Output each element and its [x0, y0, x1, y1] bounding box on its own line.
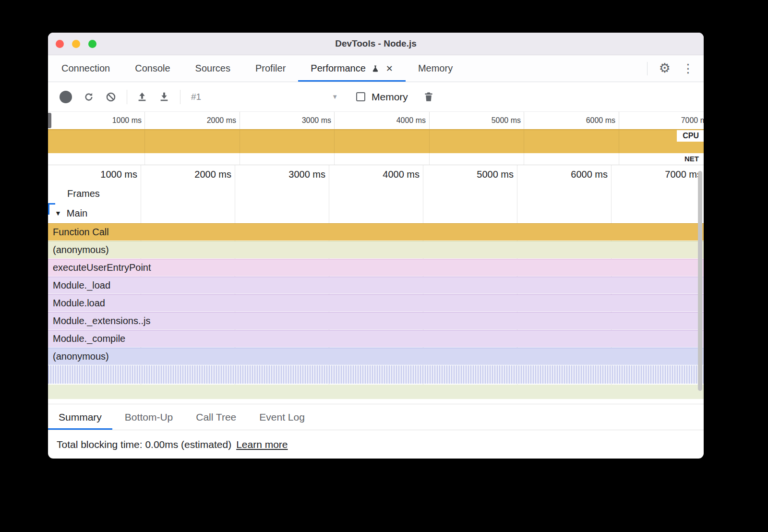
minimap-tick: 1000 ms	[89, 116, 142, 125]
net-band-label: NET	[680, 154, 704, 164]
flame-tick: 4000 ms	[367, 169, 420, 180]
zoom-window-button[interactable]	[88, 40, 96, 48]
flame-bar-label: Module._load	[53, 280, 110, 291]
flame-tick: 7000 ms	[649, 169, 702, 180]
tab-sources[interactable]: Sources	[183, 55, 243, 82]
flame-tick: 5000 ms	[461, 169, 514, 180]
tab-label: Connection	[61, 63, 110, 74]
clear-recording-icon[interactable]	[104, 90, 118, 104]
net-overview-band[interactable]: NET	[48, 153, 704, 165]
flame-tick: 6000 ms	[555, 169, 608, 180]
main-track-header[interactable]: ▼ Main	[48, 203, 704, 223]
learn-more-link[interactable]: Learn more	[236, 439, 288, 450]
flame-bar-green-band[interactable]	[48, 385, 704, 399]
tab-bottom-up[interactable]: Bottom-Up	[114, 404, 183, 430]
devtools-window: DevTools - Node.js Connection Console So…	[48, 33, 704, 459]
record-button[interactable]	[60, 91, 72, 103]
save-profile-button[interactable]	[157, 90, 171, 104]
flame-bar-label: Module._extensions..js	[53, 315, 150, 326]
profile-select[interactable]: #1 ▼	[187, 92, 342, 102]
flask-icon	[372, 64, 379, 73]
reload-and-record-button[interactable]	[82, 90, 96, 104]
flame-tick: 2000 ms	[179, 169, 231, 180]
tab-memory[interactable]: Memory	[406, 55, 465, 82]
tab-label: Summary	[59, 411, 102, 423]
minimap-tick: 5000 ms	[468, 116, 521, 125]
memory-checkbox-label: Memory	[372, 91, 408, 103]
flame-bar-execute-user-entry-point[interactable]: executeUserEntryPoint	[48, 259, 704, 276]
flame-bar-anonymous-2[interactable]: (anonymous)	[48, 348, 704, 365]
selection-corner	[48, 203, 49, 215]
minimap-tick: 6000 ms	[563, 116, 615, 125]
traffic-lights	[56, 33, 96, 55]
tab-label: Memory	[418, 63, 453, 74]
minimap-left-handle[interactable]	[48, 113, 51, 128]
flame-bar-module-compile[interactable]: Module._compile	[48, 330, 704, 347]
flame-bar-label: (anonymous)	[53, 244, 109, 255]
divider	[647, 62, 648, 75]
tab-label: Profiler	[255, 63, 286, 74]
flame-bar-label: Module._compile	[53, 333, 125, 344]
minimap-tick: 3000 ms	[278, 116, 331, 125]
tab-console[interactable]: Console	[122, 55, 182, 82]
selection-corner	[48, 203, 55, 205]
close-window-button[interactable]	[56, 40, 64, 48]
collapse-triangle-icon[interactable]: ▼	[55, 209, 61, 217]
flame-bar-label: (anonymous)	[53, 351, 109, 362]
tab-summary[interactable]: Summary	[48, 404, 112, 430]
overview-minimap: 1000 ms 2000 ms 3000 ms 4000 ms 5000 ms …	[48, 112, 704, 165]
tab-label: Sources	[195, 63, 230, 74]
flame-bar-anonymous[interactable]: (anonymous)	[48, 241, 704, 258]
trash-button[interactable]	[421, 90, 436, 104]
minimap-tick: 4000 ms	[373, 116, 426, 125]
window-title: DevTools - Node.js	[335, 38, 417, 49]
flame-bar-function-call[interactable]: Function Call	[48, 223, 704, 241]
tab-label: Bottom-Up	[125, 411, 173, 423]
kebab-menu-icon[interactable]: ⋮	[682, 62, 694, 74]
vertical-scrollbar[interactable]	[698, 171, 702, 391]
flame-bar-label: executeUserEntryPoint	[53, 262, 151, 273]
tab-label: Call Tree	[196, 411, 236, 423]
minimize-window-button[interactable]	[72, 40, 80, 48]
tab-label: Console	[135, 63, 170, 74]
flame-tick: 1000 ms	[84, 169, 137, 180]
main-track-label: Main	[67, 208, 87, 219]
flame-bar-module-load[interactable]: Module.load	[48, 294, 704, 312]
frames-track[interactable]: Frames	[48, 184, 704, 203]
tab-label: Event Log	[259, 411, 305, 423]
tab-label: Performance	[311, 63, 366, 74]
close-tab-icon[interactable]: ✕	[386, 64, 393, 73]
tab-performance[interactable]: Performance ✕	[298, 55, 406, 82]
settings-gear-icon[interactable]: ⚙	[659, 62, 671, 75]
tab-call-tree[interactable]: Call Tree	[185, 404, 247, 430]
analysis-tabbar: Summary Bottom-Up Call Tree Event Log	[48, 404, 704, 430]
tab-event-log[interactable]: Event Log	[249, 404, 315, 430]
total-blocking-time-text: Total blocking time: 0.00ms (estimated)	[57, 439, 231, 450]
divider	[127, 90, 127, 104]
flame-bar-module-load-underscore[interactable]: Module._load	[48, 277, 704, 294]
flame-bar-label: Function Call	[53, 227, 109, 238]
dropdown-arrow-icon: ▼	[332, 93, 338, 100]
flame-tick: 3000 ms	[273, 169, 325, 180]
status-bar: Total blocking time: 0.00ms (estimated) …	[48, 430, 704, 459]
flame-bar-striped-band[interactable]	[48, 365, 704, 384]
tab-connection[interactable]: Connection	[49, 55, 122, 82]
profile-select-value: #1	[191, 92, 201, 102]
titlebar: DevTools - Node.js	[48, 33, 704, 55]
flame-bar-module-extensions-js[interactable]: Module._extensions..js	[48, 312, 704, 329]
minimap-tick: 7000 ms	[658, 116, 704, 125]
performance-toolbar: #1 ▼ Memory	[48, 82, 704, 112]
cpu-band-label: CPU	[677, 130, 704, 142]
frames-track-label: Frames	[67, 188, 100, 199]
cpu-overview-band[interactable]: CPU	[48, 129, 704, 153]
main-tabbar: Connection Console Sources Profiler Perf…	[48, 55, 704, 82]
divider	[180, 90, 180, 104]
flame-ruler: 1000 ms 2000 ms 3000 ms 4000 ms 5000 ms …	[48, 165, 704, 184]
minimap-tick: 2000 ms	[183, 116, 236, 125]
tab-profiler[interactable]: Profiler	[243, 55, 298, 82]
memory-checkbox-group: Memory	[356, 91, 408, 103]
load-profile-button[interactable]	[135, 90, 149, 104]
flame-bar-label: Module.load	[53, 298, 105, 309]
memory-checkbox[interactable]	[356, 92, 365, 101]
minimap-ruler[interactable]: 1000 ms 2000 ms 3000 ms 4000 ms 5000 ms …	[48, 112, 704, 129]
